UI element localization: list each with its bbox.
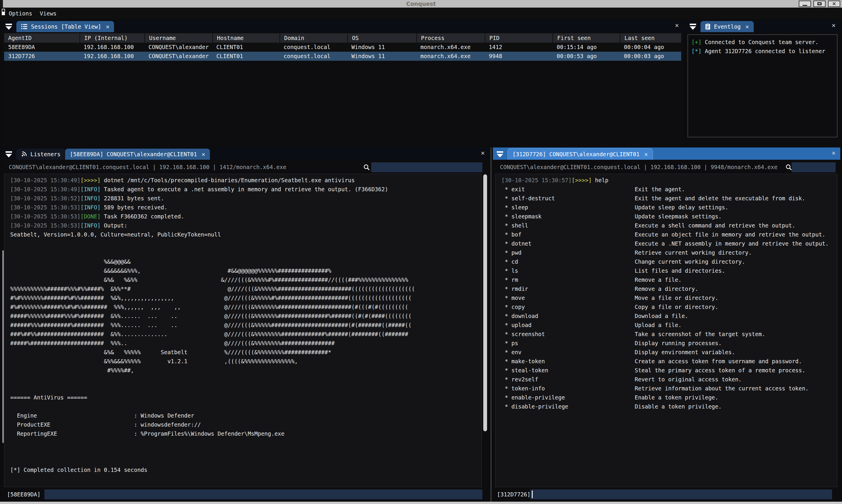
completed-line: [*] Completed collection in 0.154 second… (10, 466, 482, 474)
help-entry: * sleepmaskUpdate sleepmask settings. (501, 212, 837, 221)
column-header-first-seen[interactable]: First seen (553, 33, 620, 43)
help-entry: * psDisplay running processes. (501, 339, 837, 348)
help-entry: * envDisplay environment variables. (501, 348, 837, 357)
left-console-tabrow: Listeners [58EE89DA] CONQUEST\alexander@… (2, 147, 489, 160)
help-description: Take a screenshot of the target system. (635, 330, 765, 339)
session-cell: conquest.local (279, 43, 347, 52)
column-header-os[interactable]: OS (347, 33, 416, 43)
menu-views[interactable]: Views (40, 10, 56, 17)
tab-session-58EE89DA-close-icon[interactable]: ✕ (202, 151, 205, 158)
help-command: * env (501, 348, 635, 357)
tab-sessions[interactable]: Sessions [Table View] ✕ (16, 21, 114, 32)
command-input-58EE89DA[interactable] (45, 489, 482, 499)
help-entry: * pwdRetrieve current working directory. (501, 248, 837, 257)
tab-session-58EE89DA-label: [58EE89DA] CONQUEST\alexander@CLIENT01 (70, 151, 197, 157)
help-command: * enable-privilege (501, 393, 635, 402)
column-header-process[interactable]: Process (416, 33, 485, 43)
blank-line (10, 384, 482, 393)
close-button[interactable]: ✕ (828, 1, 840, 7)
collapse-panel-icon[interactable] (689, 23, 697, 30)
tab-eventlog-close-icon[interactable]: ✕ (745, 23, 749, 30)
help-command: * rmdir (501, 284, 635, 293)
log-line: [30-10-2025 15:30:53][INFO] 589 bytes re… (10, 203, 482, 212)
log-tag: [DONE] (81, 213, 101, 220)
log-timestamp: [30-10-2025 15:30:49] (10, 177, 81, 183)
column-header-agentid[interactable]: AgentID (4, 33, 80, 43)
help-command: * self-destruct (501, 194, 635, 203)
eventlog-panel: Eventlog ✕ ✕ [+] Connected to Conquest t… (686, 20, 840, 147)
sessions-table: AgentIDIP (Internal)UsernameHostnameDoma… (4, 33, 681, 61)
session-cell: 00:00:03 ago (620, 52, 686, 61)
prompt-label-312D7726: [312D7726] (497, 488, 530, 501)
column-header-ip-internal-[interactable]: IP (Internal) (80, 33, 144, 43)
left-console-close-icon[interactable]: ✕ (481, 149, 485, 157)
tab-listeners[interactable]: Listeners (16, 149, 65, 160)
tab-sessions-close-icon[interactable]: ✕ (106, 23, 109, 30)
search-input[interactable] (371, 162, 482, 172)
terminal-scrollbar[interactable] (483, 174, 487, 431)
minimize-icon (803, 5, 807, 6)
help-command: * make-token (501, 357, 635, 366)
maximize-button[interactable] (813, 1, 826, 7)
column-header-username[interactable]: Username (144, 33, 212, 43)
tab-session-312D7726-close-icon[interactable]: ✕ (645, 151, 648, 158)
help-command: * steal-token (501, 366, 635, 375)
minimize-button[interactable] (799, 1, 811, 7)
session-cell: conquest.local (279, 52, 347, 61)
table-row[interactable]: 312D7726192.168.168.100CONQUEST\alexande… (4, 52, 681, 61)
help-description: Execute a shell command and retrieve the… (635, 221, 795, 230)
help-description: Disable a token privilege. (635, 402, 722, 411)
log-line: [30-10-2025 15:30:52][INFO] 228831 bytes… (10, 194, 482, 203)
help-description: Execute an object file in memory and ret… (635, 230, 825, 239)
collapse-panel-icon[interactable] (5, 23, 12, 30)
text-cursor (532, 490, 533, 498)
help-description: Exit the agent and delete the executable… (635, 194, 805, 203)
terminal-output-312D7726[interactable]: [30-10-2025 15:30:57][>>>>] help * exitE… (495, 174, 837, 487)
terminal-output-58EE89DA[interactable]: [30-10-2025 15:30:49][>>>>] dotnet /mnt/… (4, 174, 482, 487)
conquest-window: Conquest ✕ Options Views Sessions [Table… (0, 0, 842, 504)
blank-line (10, 447, 482, 456)
seatbelt-banner-line: &&&&&&&%%%, #&&@@@@@@%%%%%%#############… (10, 266, 482, 275)
panel-divider[interactable] (491, 147, 492, 502)
help-description: Change current working directory. (635, 257, 745, 266)
column-header-domain[interactable]: Domain (279, 33, 347, 43)
log-timestamp: [30-10-2025 15:30:52] (10, 195, 81, 201)
log-tag: [INFO] (81, 195, 101, 201)
session-cell: 00:00:04 ago (620, 43, 686, 52)
table-header-row: AgentIDIP (Internal)UsernameHostnameDoma… (4, 33, 681, 43)
menu-options[interactable]: Options (9, 10, 32, 17)
right-console-close-icon[interactable]: ✕ (832, 149, 836, 157)
help-entry: * uploadUpload a file. (501, 321, 837, 330)
tab-eventlog[interactable]: Eventlog ✕ (701, 21, 754, 32)
help-description: Update sleep delay settings. (635, 203, 728, 212)
sessions-tabrow: Sessions [Table View] ✕ ✕ (2, 20, 684, 32)
collapse-panel-icon[interactable] (5, 151, 12, 158)
help-description: Exit the agent. (635, 185, 685, 194)
log-tag: [>>>>] (571, 177, 592, 183)
table-row[interactable]: 58EE89DA192.168.168.100CONQUEST\alexande… (4, 43, 681, 52)
tab-session-312D7726[interactable]: [312D7726] CONQUEST\alexander@CLIENT01 ✕ (508, 148, 653, 160)
search-input[interactable] (792, 162, 836, 172)
blank-line (10, 402, 482, 411)
eventlog-list: [+] Connected to Conquest team server.[*… (688, 34, 837, 137)
tab-session-58EE89DA[interactable]: [58EE89DA] CONQUEST\alexander@CLIENT01 ✕ (65, 149, 210, 160)
help-entry: * sleepUpdate sleep delay settings. (501, 203, 837, 212)
eventlog-panel-close-icon[interactable]: ✕ (832, 22, 836, 29)
titlebar: Conquest ✕ (0, 0, 842, 7)
seatbelt-banner-line: %&&@@@&& (10, 257, 482, 266)
session-cell: CLIENT01 (212, 52, 279, 61)
section-heading: ====== AntiVirus ====== (10, 393, 482, 402)
help-entry: * rev2selfRevert to original access toke… (501, 375, 837, 384)
column-header-hostname[interactable]: Hostname (212, 33, 279, 43)
column-header-last-seen[interactable]: Last seen (620, 33, 686, 43)
help-entry: * steal-tokenSteal the primary access to… (501, 366, 837, 375)
blank-line (10, 456, 482, 466)
collapse-panel-icon[interactable] (496, 151, 503, 158)
help-command: * disable-privilege (501, 402, 635, 411)
session-cell: Windows 11 (347, 52, 416, 61)
help-entry: * rmdirRemove a directory. (501, 284, 837, 293)
log-timestamp: [30-10-2025 15:30:49] (10, 186, 81, 193)
command-input-312D7726[interactable] (530, 489, 832, 499)
sessions-panel-close-icon[interactable]: ✕ (675, 22, 679, 29)
column-header-pid[interactable]: PID (485, 33, 553, 43)
